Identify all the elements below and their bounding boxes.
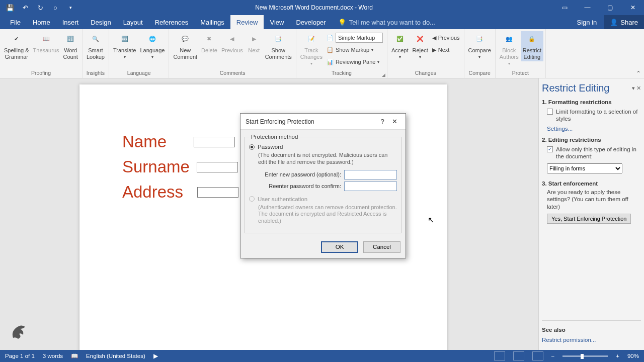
confirm-password-input[interactable] [344, 182, 397, 191]
qat-more-icon[interactable]: ▾ [66, 4, 74, 12]
form-input-address[interactable] [197, 187, 238, 198]
tab-references[interactable]: References [149, 15, 194, 29]
previous-comment-button[interactable]: ◀Previous [219, 31, 245, 55]
next-change-button[interactable]: ▶Next [430, 44, 462, 55]
track-changes-button[interactable]: 📝Track Changes▾ [298, 31, 325, 67]
undo-icon[interactable]: ↶ [21, 4, 29, 12]
restrict-permission-link[interactable]: Restrict permission... [542, 335, 641, 345]
language-status[interactable]: English (United States) [86, 353, 145, 359]
allow-editing-checkbox[interactable]: ✓Allow only this type of editing in the … [542, 145, 641, 161]
previous-change-button[interactable]: ◀Previous [430, 32, 462, 43]
compare-icon: 📑 [472, 32, 487, 46]
delete-comment-button[interactable]: ✖Delete [199, 31, 219, 55]
group-compare: Compare [464, 70, 495, 78]
smart-lookup-button[interactable]: 🔍Smart Lookup [85, 31, 107, 61]
tab-mailings[interactable]: Mailings [194, 15, 230, 29]
see-also-heading: See also [542, 327, 641, 333]
next-comment-button[interactable]: ▶Next [245, 31, 263, 55]
zoom-level[interactable]: 90% [627, 353, 639, 359]
macro-status-icon[interactable]: ▶ [153, 352, 158, 359]
word-count-status[interactable]: 3 words [43, 353, 63, 359]
minimize-icon[interactable]: — [576, 0, 599, 15]
touch-mode-icon[interactable]: ○ [51, 4, 59, 12]
limit-formatting-checkbox[interactable]: Limit formatting to a selection of style… [542, 107, 641, 124]
display-for-review-dropdown[interactable]: 📄Simple Markup [325, 32, 385, 43]
section-editing: 2. Editing restrictions [542, 137, 641, 143]
title-bar: 💾 ↶ ↻ ○ ▾ New Microsoft Word Document.do… [0, 0, 644, 15]
language-button[interactable]: 🌐Language▾ [138, 31, 167, 61]
status-bar: Page 1 of 1 3 words 📖 English (United St… [0, 350, 644, 362]
print-layout-icon[interactable] [513, 351, 524, 360]
start-enforcing-button[interactable]: Yes, Start Enforcing Protection [547, 214, 631, 224]
form-label-surname: Surname [122, 157, 190, 176]
reviewing-pane-dropdown[interactable]: 📊Reviewing Pane ▾ [325, 56, 385, 67]
dialog-close-icon[interactable]: ✕ [388, 118, 400, 125]
formatting-settings-link[interactable]: Settings... [542, 124, 641, 134]
show-comments-button[interactable]: 📑Show Comments [263, 31, 294, 61]
smart-lookup-icon: 🔍 [89, 32, 103, 46]
start-enforcing-protection-dialog: Start Enforcing Protection ? ✕ Protectio… [240, 113, 406, 258]
dragon-watermark-icon [9, 322, 29, 342]
sign-in-link[interactable]: Sign in [570, 15, 604, 29]
password-radio[interactable]: Password [249, 143, 397, 151]
spelling-grammar-button[interactable]: ✔Spelling & Grammar [2, 31, 31, 61]
new-comment-button[interactable]: 💬New Comment [171, 31, 199, 61]
thesaurus-button[interactable]: 📖Thesaurus [31, 31, 61, 55]
zoom-out-icon[interactable]: − [551, 353, 555, 359]
block-authors-button[interactable]: 👥Block Authors▾ [498, 31, 521, 67]
show-markup-dropdown[interactable]: 📋Show Markup ▾ [325, 44, 385, 55]
spellcheck-icon: ✔ [10, 32, 24, 46]
translate-button[interactable]: 🔤Translate▾ [111, 31, 138, 61]
tracking-launcher-icon[interactable]: ◢ [382, 72, 385, 77]
tab-home[interactable]: Home [27, 15, 56, 29]
tab-view[interactable]: View [264, 15, 290, 29]
new-password-input[interactable] [344, 170, 397, 179]
form-input-name[interactable] [194, 137, 235, 147]
maximize-icon[interactable]: ▢ [599, 0, 621, 15]
ok-button[interactable]: OK [321, 241, 358, 253]
tab-insert[interactable]: Insert [56, 15, 85, 29]
group-proofing: Proofing [0, 70, 82, 78]
page-number-status[interactable]: Page 1 of 1 [5, 353, 35, 359]
share-button[interactable]: 👤Share [604, 15, 644, 29]
reject-button[interactable]: ❌Reject▾ [411, 31, 430, 61]
pane-title: Restrict Editing▾ ✕ [542, 82, 641, 94]
tell-me-search[interactable]: 💡Tell me what you want to do... [332, 15, 435, 29]
web-layout-icon[interactable] [532, 351, 543, 360]
protection-method-legend: Protection method [249, 134, 300, 140]
wordcount-icon: 🔢 [63, 32, 77, 46]
form-label-address: Address [122, 183, 183, 202]
pane-close-icon[interactable]: ✕ [636, 85, 641, 91]
zoom-slider[interactable] [562, 355, 608, 357]
spellcheck-status-icon[interactable]: 📖 [71, 352, 78, 359]
reject-icon: ❌ [413, 32, 427, 46]
compare-button[interactable]: 📑Compare▾ [466, 31, 493, 61]
accept-icon: ✅ [393, 32, 407, 46]
dialog-help-icon[interactable]: ? [376, 118, 388, 125]
ribbon-options-icon[interactable]: ▭ [553, 0, 576, 15]
zoom-in-icon[interactable]: + [616, 353, 619, 359]
accept-button[interactable]: ✅Accept▾ [389, 31, 411, 61]
tab-layout[interactable]: Layout [117, 15, 149, 29]
word-count-button[interactable]: 🔢Word Count [61, 31, 80, 61]
delete-comment-icon: ✖ [202, 32, 216, 46]
save-icon[interactable]: 💾 [6, 4, 14, 12]
tab-developer[interactable]: Developer [290, 15, 332, 29]
form-input-surname[interactable] [197, 162, 238, 172]
tab-review[interactable]: Review [230, 15, 264, 29]
close-icon[interactable]: ✕ [621, 0, 644, 15]
restrict-editing-button[interactable]: 🔒Restrict Editing [521, 31, 543, 61]
group-language: Language [109, 70, 169, 78]
tab-design[interactable]: Design [85, 15, 117, 29]
redo-icon[interactable]: ↻ [36, 4, 44, 12]
cancel-button[interactable]: Cancel [363, 241, 400, 253]
editing-type-select[interactable]: Filling in forms [547, 163, 622, 173]
pane-options-icon[interactable]: ▾ [632, 85, 635, 91]
tab-file[interactable]: File [4, 15, 27, 29]
restrict-editing-pane: Restrict Editing▾ ✕ 1. Formatting restri… [538, 78, 644, 350]
collapse-ribbon-icon[interactable]: ⌃ [636, 70, 641, 77]
read-mode-icon[interactable] [494, 351, 505, 360]
track-changes-icon: 📝 [304, 32, 318, 46]
group-changes: Changes [387, 70, 464, 78]
share-icon: 👤 [610, 19, 618, 26]
